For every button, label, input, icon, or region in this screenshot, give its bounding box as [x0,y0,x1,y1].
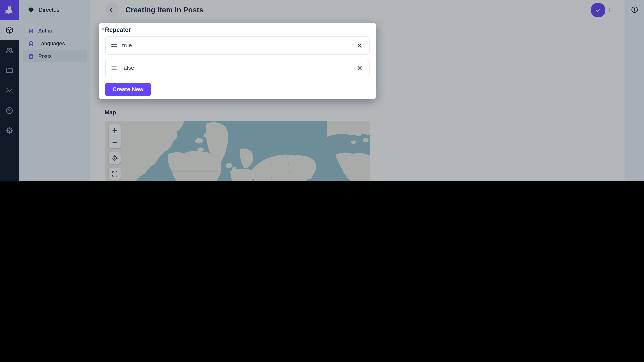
app-window: Directus Author Languages [0,0,644,181]
required-dot [102,28,104,30]
repeater-field-card: Repeater true false [98,23,376,99]
create-new-button[interactable]: Create New [105,83,151,96]
drag-handle-icon[interactable] [111,43,117,48]
remove-item-button[interactable] [356,64,364,72]
drag-handle-icon[interactable] [111,66,117,70]
repeater-field-label: Repeater [105,26,131,33]
repeater-item-value[interactable]: false [122,65,134,71]
repeater-row[interactable]: true [105,36,370,55]
close-icon [356,42,363,49]
remove-item-button[interactable] [356,41,364,50]
repeater-row[interactable]: false [105,59,370,77]
repeater-item-value[interactable]: true [122,42,132,49]
close-icon [356,65,363,71]
